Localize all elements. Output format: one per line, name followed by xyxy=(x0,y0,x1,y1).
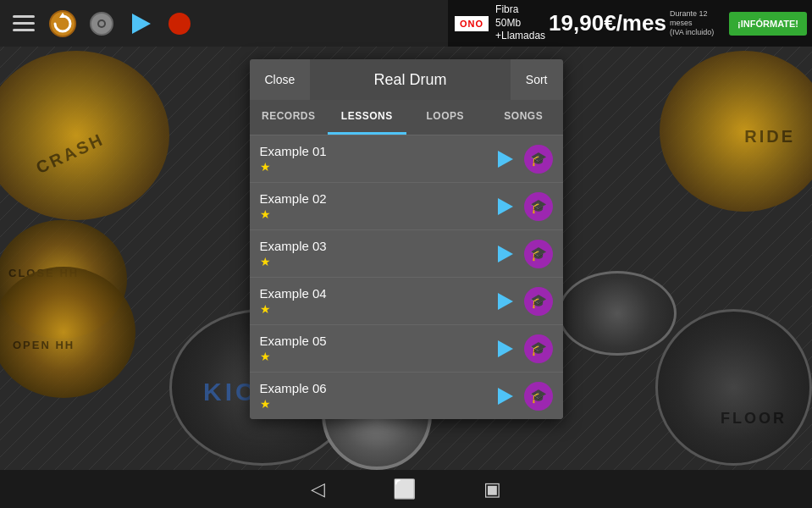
refresh-icon[interactable] xyxy=(47,8,78,39)
play-button[interactable] xyxy=(492,335,519,362)
recent-apps-button[interactable]: ▣ xyxy=(483,478,501,500)
play-triangle-icon xyxy=(498,151,513,168)
lesson-button[interactable]: 🎓 xyxy=(524,382,553,411)
svg-point-11 xyxy=(168,13,191,35)
list-item[interactable]: Example 02 ★ 🎓 xyxy=(250,183,563,230)
ad-text: Fibra 50Mb +Llamadas xyxy=(495,3,545,43)
item-info: Example 02 ★ xyxy=(260,191,492,221)
play-triangle-icon xyxy=(498,293,513,310)
ad-price: 19,90€/mes xyxy=(549,10,666,36)
item-title: Example 02 xyxy=(260,191,492,206)
list-item[interactable]: Example 05 ★ 🎓 xyxy=(250,325,563,373)
tab-records[interactable]: RECORDS xyxy=(250,100,329,135)
ad-brand: ONO xyxy=(455,16,489,31)
ad-cta-button[interactable]: ¡INFÓRMATE! xyxy=(729,12,807,36)
lesson-button[interactable]: 🎓 xyxy=(524,334,553,363)
ad-price-sub: Durante 12 meses (IVA incluido) xyxy=(670,9,724,36)
lesson-button[interactable]: 🎓 xyxy=(524,240,553,268)
svg-marker-10 xyxy=(132,14,151,34)
play-button[interactable] xyxy=(492,288,519,315)
item-title: Example 05 xyxy=(260,334,492,348)
play-button[interactable] xyxy=(492,193,519,220)
settings-icon[interactable] xyxy=(86,8,117,39)
item-actions: 🎓 xyxy=(492,382,553,411)
modal-tabs: RECORDS LESSONS LOOPS SONGS xyxy=(250,100,563,135)
tab-loops[interactable]: LOOPS xyxy=(406,100,485,135)
modal-sort-button[interactable]: Sort xyxy=(511,59,563,100)
item-star: ★ xyxy=(260,207,492,221)
play-triangle-icon xyxy=(498,198,513,215)
item-actions: 🎓 xyxy=(492,287,553,316)
item-actions: 🎓 xyxy=(492,192,553,221)
item-star: ★ xyxy=(260,255,492,268)
play-button[interactable] xyxy=(492,383,519,410)
item-info: Example 01 ★ xyxy=(260,144,492,174)
item-title: Example 01 xyxy=(260,144,492,158)
item-actions: 🎓 xyxy=(492,334,553,363)
modal-close-button[interactable]: Close xyxy=(250,59,311,100)
list-item[interactable]: Example 03 ★ 🎓 xyxy=(250,230,563,278)
item-info: Example 03 ★ xyxy=(260,239,492,268)
bottom-nav: ◁ ⬜ ▣ xyxy=(0,470,812,508)
play-triangle-icon xyxy=(498,388,513,405)
modal-title: Real Drum xyxy=(310,71,511,89)
lesson-button[interactable]: 🎓 xyxy=(524,145,553,174)
play-icon[interactable] xyxy=(125,8,156,39)
play-triangle-icon xyxy=(498,340,513,357)
modal-overlay: Close Real Drum Sort RECORDS LESSONS LOO… xyxy=(0,47,812,470)
list-item[interactable]: Example 01 ★ 🎓 xyxy=(250,135,563,183)
item-info: Example 06 ★ xyxy=(260,381,492,411)
menu-icon[interactable] xyxy=(8,8,39,39)
svg-rect-2 xyxy=(13,15,35,18)
modal-header: Close Real Drum Sort xyxy=(250,59,563,100)
list-item[interactable]: Example 04 ★ 🎓 xyxy=(250,278,563,325)
item-title: Example 06 xyxy=(260,381,492,395)
list-item[interactable]: Example 06 ★ 🎓 xyxy=(250,373,563,419)
home-button[interactable]: ⬜ xyxy=(393,478,416,500)
tab-lessons[interactable]: LESSONS xyxy=(328,100,406,135)
svg-rect-4 xyxy=(13,29,35,31)
tab-songs[interactable]: SONGS xyxy=(484,100,563,135)
item-title: Example 03 xyxy=(260,239,492,253)
back-button[interactable]: ◁ xyxy=(311,478,325,500)
item-info: Example 04 ★ xyxy=(260,286,492,316)
svg-rect-3 xyxy=(13,22,35,25)
top-bar: ONO Fibra 50Mb +Llamadas 19,90€/mes Dura… xyxy=(0,0,812,47)
lesson-list: Example 01 ★ 🎓 Example 02 ★ xyxy=(250,135,563,419)
play-button[interactable] xyxy=(492,240,519,268)
svg-point-9 xyxy=(99,21,104,26)
item-star: ★ xyxy=(260,350,492,363)
lesson-button[interactable]: 🎓 xyxy=(524,287,553,316)
item-actions: 🎓 xyxy=(492,240,553,268)
item-actions: 🎓 xyxy=(492,145,553,174)
item-star: ★ xyxy=(260,302,492,316)
record-icon[interactable] xyxy=(164,8,195,39)
item-star: ★ xyxy=(260,397,492,411)
play-button[interactable] xyxy=(492,146,519,173)
ad-banner: ONO Fibra 50Mb +Llamadas 19,90€/mes Dura… xyxy=(448,0,812,47)
item-star: ★ xyxy=(260,160,492,174)
item-info: Example 05 ★ xyxy=(260,334,492,363)
lesson-button[interactable]: 🎓 xyxy=(524,192,553,221)
item-title: Example 04 xyxy=(260,286,492,301)
play-triangle-icon xyxy=(498,246,513,262)
modal-dialog: Close Real Drum Sort RECORDS LESSONS LOO… xyxy=(250,59,563,419)
